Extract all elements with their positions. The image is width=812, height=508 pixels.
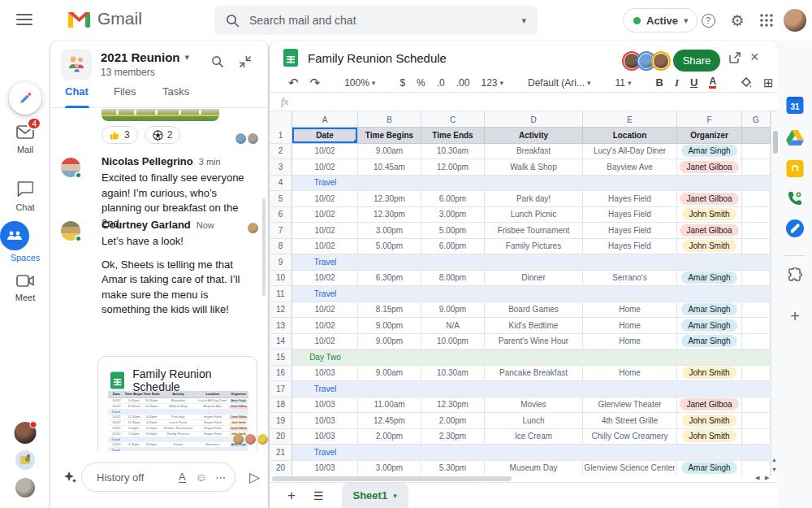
- cell[interactable]: Hayes Field: [583, 191, 677, 207]
- cell[interactable]: 10/03: [292, 397, 358, 414]
- settings-gear-icon[interactable]: ⚙: [728, 11, 747, 30]
- decrease-decimal-button[interactable]: .0: [431, 77, 451, 89]
- formula-bar[interactable]: fx: [270, 92, 778, 111]
- search-input[interactable]: Search mail and chat: [249, 14, 512, 27]
- cell[interactable]: [742, 366, 771, 382]
- cell[interactable]: [742, 239, 771, 255]
- cell[interactable]: Lunch Picnic: [485, 207, 583, 224]
- row-number[interactable]: 5: [270, 191, 292, 207]
- row-number[interactable]: 13: [270, 318, 292, 334]
- open-in-new-icon[interactable]: [729, 52, 741, 63]
- share-button[interactable]: Share: [673, 50, 720, 72]
- status-selector[interactable]: Active ▾: [623, 8, 698, 33]
- row-number[interactable]: 18: [270, 397, 292, 414]
- cell[interactable]: Janet Gilboa: [677, 223, 742, 239]
- close-panel-icon[interactable]: ×: [750, 49, 759, 66]
- column-header-D[interactable]: D: [485, 111, 583, 128]
- chat-search-icon[interactable]: [211, 55, 224, 72]
- keep-app-icon[interactable]: [787, 160, 804, 177]
- sidebar-item-spaces[interactable]: Spaces: [0, 221, 50, 263]
- cell[interactable]: Bayview Ave: [583, 159, 677, 176]
- cell[interactable]: 10/03: [292, 429, 358, 445]
- cell[interactable]: Hayes Field: [583, 207, 677, 224]
- cell[interactable]: 6.00pm: [421, 191, 485, 207]
- bold-button[interactable]: B: [650, 76, 669, 89]
- calendar-app-icon[interactable]: 31: [787, 97, 804, 114]
- cell[interactable]: Lucy's All-Day Diner: [583, 144, 677, 160]
- borders-icon[interactable]: ⊞: [758, 76, 780, 90]
- cell[interactable]: 10/03: [292, 461, 358, 476]
- band-travel[interactable]: Travel: [292, 176, 771, 192]
- main-menu-icon[interactable]: [16, 14, 32, 25]
- cell[interactable]: John Smith: [677, 429, 742, 445]
- document-title[interactable]: Family Reunion Schedule: [308, 51, 447, 65]
- row-number[interactable]: 12: [270, 302, 292, 319]
- cell[interactable]: Janet Gilboa: [677, 159, 742, 176]
- row-number[interactable]: 15: [270, 350, 292, 366]
- cell[interactable]: Glenview Science Center: [583, 461, 677, 476]
- cell[interactable]: Home: [583, 302, 677, 319]
- cell[interactable]: 10/03: [292, 366, 358, 382]
- contact-avatar[interactable]: [15, 422, 37, 444]
- cell[interactable]: 12.30pm: [358, 207, 421, 224]
- column-header-B[interactable]: B: [358, 111, 421, 128]
- thumbs-up-reaction[interactable]: 3: [102, 126, 138, 144]
- increase-decimal-button[interactable]: .00: [451, 77, 476, 89]
- sidebar-item-chat[interactable]: Chat: [0, 179, 50, 212]
- row-number[interactable]: 14: [270, 334, 292, 350]
- add-addon-plus-icon[interactable]: +: [790, 307, 800, 326]
- cell[interactable]: Lunch: [485, 413, 583, 429]
- cell[interactable]: John Smith: [677, 239, 742, 255]
- cell[interactable]: 9.00am: [358, 366, 421, 382]
- cell[interactable]: Serrano's: [583, 271, 677, 287]
- collaborator-avatar[interactable]: [651, 51, 671, 71]
- cell[interactable]: Amar Singh: [677, 302, 742, 319]
- band-travel[interactable]: Travel: [292, 286, 771, 302]
- cell[interactable]: Location: [583, 128, 677, 144]
- search-options-chevron-icon[interactable]: ▾: [521, 15, 526, 26]
- scroll-left-arrow[interactable]: ◀: [755, 475, 759, 481]
- cell[interactable]: 10.00pm: [421, 334, 485, 350]
- emoji-icon[interactable]: ☺: [196, 471, 207, 484]
- cell[interactable]: Amar Singh: [677, 144, 742, 160]
- cell[interactable]: Movies: [485, 397, 583, 414]
- cell[interactable]: [742, 429, 771, 445]
- cell[interactable]: [742, 271, 771, 287]
- cell[interactable]: 10/02: [292, 159, 358, 176]
- cell[interactable]: Home: [583, 318, 677, 334]
- shared-photo[interactable]: [102, 109, 219, 121]
- redo-icon[interactable]: ↷: [304, 76, 326, 90]
- row-number[interactable]: 6: [270, 207, 292, 224]
- text-color-button[interactable]: A: [703, 76, 722, 89]
- cell[interactable]: 10/02: [292, 239, 358, 255]
- all-sheets-icon[interactable]: ☰: [313, 489, 324, 502]
- cell[interactable]: 10/02: [292, 302, 358, 319]
- cell[interactable]: John Smith: [677, 207, 742, 224]
- cell[interactable]: 6.30pm: [358, 271, 421, 287]
- cell[interactable]: Glenview Theater: [583, 397, 677, 414]
- cell[interactable]: Museum Day: [485, 461, 583, 476]
- font-size-select[interactable]: 11▾: [610, 77, 637, 89]
- cell[interactable]: [742, 461, 771, 476]
- more-options-icon[interactable]: ⋯: [215, 471, 227, 484]
- cell[interactable]: 10.30am: [421, 144, 485, 160]
- cell[interactable]: Amar Singh: [677, 461, 742, 476]
- cell[interactable]: John Smith: [677, 366, 742, 382]
- cell[interactable]: 12.00pm: [421, 159, 485, 176]
- row-number[interactable]: 9: [270, 254, 292, 271]
- cell[interactable]: 4th Street Grille: [583, 413, 677, 429]
- cell[interactable]: Ice Cream: [485, 429, 583, 445]
- cell[interactable]: [742, 144, 771, 160]
- horizontal-scrollbar[interactable]: [270, 475, 778, 482]
- underline-button[interactable]: U: [685, 76, 703, 89]
- cell[interactable]: 12.45pm: [358, 413, 421, 429]
- row-number[interactable]: 20: [270, 461, 292, 476]
- cell[interactable]: [742, 159, 771, 176]
- column-header-E[interactable]: E: [583, 111, 677, 128]
- addons-puzzle-icon[interactable]: [787, 267, 803, 284]
- row-number[interactable]: 11: [270, 286, 292, 302]
- cell[interactable]: Home: [583, 366, 677, 382]
- cell[interactable]: 8.00pm: [421, 271, 485, 287]
- sidebar-item-mail[interactable]: 4 Mail: [0, 122, 50, 154]
- voice-app-icon[interactable]: [787, 190, 803, 206]
